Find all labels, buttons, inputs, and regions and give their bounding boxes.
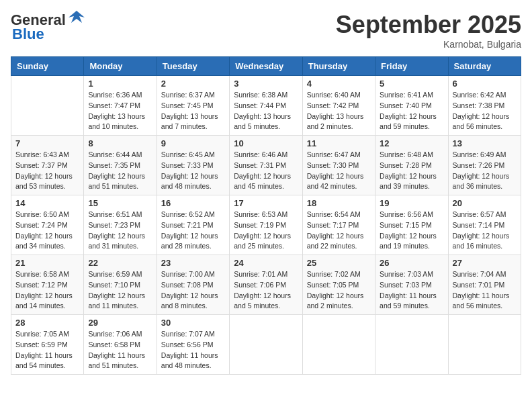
calendar-cell: 4Sunrise: 6:40 AMSunset: 7:42 PMDaylight… xyxy=(302,76,375,136)
day-number: 29 xyxy=(88,318,152,328)
day-info: Sunrise: 6:58 AMSunset: 7:12 PMDaylight:… xyxy=(15,269,79,312)
day-number: 20 xyxy=(453,198,517,208)
day-info: Sunrise: 6:57 AMSunset: 7:14 PMDaylight:… xyxy=(453,210,517,252)
calendar-cell: 3Sunrise: 6:38 AMSunset: 7:44 PMDaylight… xyxy=(230,76,302,136)
logo-bird-icon xyxy=(67,8,86,27)
day-info: Sunrise: 7:03 AMSunset: 7:03 PMDaylight:… xyxy=(380,269,443,312)
weekday-header-row: SundayMondayTuesdayWednesdayThursdayFrid… xyxy=(11,57,521,76)
calendar-week-row: 21Sunrise: 6:58 AMSunset: 7:12 PMDayligh… xyxy=(11,255,521,315)
day-number: 7 xyxy=(15,138,79,148)
day-number: 9 xyxy=(161,138,225,148)
calendar-cell: 24Sunrise: 7:01 AMSunset: 7:06 PMDayligh… xyxy=(230,255,302,315)
calendar-week-row: 7Sunrise: 6:43 AMSunset: 7:37 PMDaylight… xyxy=(11,136,521,195)
weekday-header-friday: Friday xyxy=(375,57,448,76)
calendar-cell: 27Sunrise: 7:04 AMSunset: 7:01 PMDayligh… xyxy=(448,255,521,315)
day-number: 25 xyxy=(307,258,371,268)
day-number: 11 xyxy=(307,138,371,148)
logo-blue-text: Blue xyxy=(12,26,44,43)
calendar-cell: 14Sunrise: 6:50 AMSunset: 7:24 PMDayligh… xyxy=(11,195,84,255)
day-number: 19 xyxy=(380,198,443,208)
day-info: Sunrise: 6:54 AMSunset: 7:17 PMDaylight:… xyxy=(307,210,371,252)
calendar-cell: 5Sunrise: 6:41 AMSunset: 7:40 PMDaylight… xyxy=(375,76,448,136)
day-info: Sunrise: 6:38 AMSunset: 7:44 PMDaylight:… xyxy=(234,90,298,132)
calendar-cell: 8Sunrise: 6:44 AMSunset: 7:35 PMDaylight… xyxy=(84,136,157,195)
day-info: Sunrise: 7:04 AMSunset: 7:01 PMDaylight:… xyxy=(453,269,517,312)
day-info: Sunrise: 6:43 AMSunset: 7:37 PMDaylight:… xyxy=(15,150,79,192)
day-number: 4 xyxy=(307,79,371,89)
calendar-cell: 22Sunrise: 6:59 AMSunset: 7:10 PMDayligh… xyxy=(84,255,157,315)
calendar-cell xyxy=(302,315,375,375)
calendar-cell xyxy=(375,315,448,375)
day-info: Sunrise: 6:53 AMSunset: 7:19 PMDaylight:… xyxy=(234,210,298,252)
day-info: Sunrise: 6:47 AMSunset: 7:30 PMDaylight:… xyxy=(307,150,371,192)
calendar-cell: 16Sunrise: 6:52 AMSunset: 7:21 PMDayligh… xyxy=(157,195,229,255)
calendar-cell xyxy=(230,315,302,375)
day-info: Sunrise: 6:37 AMSunset: 7:45 PMDaylight:… xyxy=(161,90,225,132)
calendar-cell: 17Sunrise: 6:53 AMSunset: 7:19 PMDayligh… xyxy=(230,195,302,255)
calendar-week-row: 14Sunrise: 6:50 AMSunset: 7:24 PMDayligh… xyxy=(11,195,521,255)
day-info: Sunrise: 6:44 AMSunset: 7:35 PMDaylight:… xyxy=(88,150,152,192)
day-number: 5 xyxy=(380,79,443,89)
day-info: Sunrise: 6:41 AMSunset: 7:40 PMDaylight:… xyxy=(380,90,443,132)
day-info: Sunrise: 6:59 AMSunset: 7:10 PMDaylight:… xyxy=(88,269,152,312)
day-number: 23 xyxy=(161,258,225,268)
day-info: Sunrise: 6:52 AMSunset: 7:21 PMDaylight:… xyxy=(161,210,225,252)
day-info: Sunrise: 6:49 AMSunset: 7:26 PMDaylight:… xyxy=(453,150,517,192)
calendar-cell: 11Sunrise: 6:47 AMSunset: 7:30 PMDayligh… xyxy=(302,136,375,195)
month-title: September 2025 xyxy=(336,11,521,39)
day-info: Sunrise: 6:45 AMSunset: 7:33 PMDaylight:… xyxy=(161,150,225,192)
weekday-header-sunday: Sunday xyxy=(11,57,84,76)
day-number: 13 xyxy=(453,138,517,148)
day-number: 30 xyxy=(161,318,225,328)
day-number: 16 xyxy=(161,198,225,208)
day-info: Sunrise: 6:46 AMSunset: 7:31 PMDaylight:… xyxy=(234,150,298,192)
calendar-cell: 30Sunrise: 7:07 AMSunset: 6:56 PMDayligh… xyxy=(157,315,229,375)
day-info: Sunrise: 7:06 AMSunset: 6:58 PMDaylight:… xyxy=(88,329,152,371)
calendar-cell: 20Sunrise: 6:57 AMSunset: 7:14 PMDayligh… xyxy=(448,195,521,255)
calendar-cell: 28Sunrise: 7:05 AMSunset: 6:59 PMDayligh… xyxy=(11,315,84,375)
calendar-cell: 10Sunrise: 6:46 AMSunset: 7:31 PMDayligh… xyxy=(230,136,302,195)
day-info: Sunrise: 7:01 AMSunset: 7:06 PMDaylight:… xyxy=(234,269,298,312)
calendar-cell: 9Sunrise: 6:45 AMSunset: 7:33 PMDaylight… xyxy=(157,136,229,195)
calendar-cell xyxy=(448,315,521,375)
day-number: 3 xyxy=(234,79,298,89)
calendar-cell: 1Sunrise: 6:36 AMSunset: 7:47 PMDaylight… xyxy=(84,76,157,136)
calendar-week-row: 28Sunrise: 7:05 AMSunset: 6:59 PMDayligh… xyxy=(11,315,521,375)
calendar-cell: 15Sunrise: 6:51 AMSunset: 7:23 PMDayligh… xyxy=(84,195,157,255)
calendar-cell: 13Sunrise: 6:49 AMSunset: 7:26 PMDayligh… xyxy=(448,136,521,195)
svg-marker-0 xyxy=(69,11,85,23)
weekday-header-saturday: Saturday xyxy=(448,57,521,76)
weekday-header-monday: Monday xyxy=(84,57,157,76)
calendar-cell: 19Sunrise: 6:56 AMSunset: 7:15 PMDayligh… xyxy=(375,195,448,255)
calendar-table: SundayMondayTuesdayWednesdayThursdayFrid… xyxy=(11,56,521,375)
weekday-header-thursday: Thursday xyxy=(302,57,375,76)
day-info: Sunrise: 6:50 AMSunset: 7:24 PMDaylight:… xyxy=(15,210,79,252)
day-info: Sunrise: 7:07 AMSunset: 6:56 PMDaylight:… xyxy=(161,329,225,371)
day-info: Sunrise: 6:40 AMSunset: 7:42 PMDaylight:… xyxy=(307,90,371,132)
day-number: 26 xyxy=(380,258,443,268)
day-number: 10 xyxy=(234,138,298,148)
day-number: 1 xyxy=(88,79,152,89)
day-number: 12 xyxy=(380,138,443,148)
day-number: 15 xyxy=(88,198,152,208)
calendar-cell: 18Sunrise: 6:54 AMSunset: 7:17 PMDayligh… xyxy=(302,195,375,255)
day-info: Sunrise: 6:36 AMSunset: 7:47 PMDaylight:… xyxy=(88,90,152,132)
calendar-cell: 26Sunrise: 7:03 AMSunset: 7:03 PMDayligh… xyxy=(375,255,448,315)
day-number: 21 xyxy=(15,258,79,268)
day-info: Sunrise: 7:05 AMSunset: 6:59 PMDaylight:… xyxy=(15,329,79,371)
logo: General Blue xyxy=(11,11,86,43)
day-info: Sunrise: 7:00 AMSunset: 7:08 PMDaylight:… xyxy=(161,269,225,312)
day-number: 17 xyxy=(234,198,298,208)
calendar-cell: 25Sunrise: 7:02 AMSunset: 7:05 PMDayligh… xyxy=(302,255,375,315)
calendar-cell: 2Sunrise: 6:37 AMSunset: 7:45 PMDaylight… xyxy=(157,76,229,136)
day-number: 28 xyxy=(15,318,79,328)
page-header: General Blue September 2025 Karnobat, Bu… xyxy=(11,11,521,50)
calendar-cell: 7Sunrise: 6:43 AMSunset: 7:37 PMDaylight… xyxy=(11,136,84,195)
calendar-cell: 6Sunrise: 6:42 AMSunset: 7:38 PMDaylight… xyxy=(448,76,521,136)
day-info: Sunrise: 6:51 AMSunset: 7:23 PMDaylight:… xyxy=(88,210,152,252)
calendar-cell: 21Sunrise: 6:58 AMSunset: 7:12 PMDayligh… xyxy=(11,255,84,315)
title-area: September 2025 Karnobat, Bulgaria xyxy=(336,11,521,50)
location-text: Karnobat, Bulgaria xyxy=(336,39,521,50)
calendar-cell: 29Sunrise: 7:06 AMSunset: 6:58 PMDayligh… xyxy=(84,315,157,375)
day-number: 2 xyxy=(161,79,225,89)
